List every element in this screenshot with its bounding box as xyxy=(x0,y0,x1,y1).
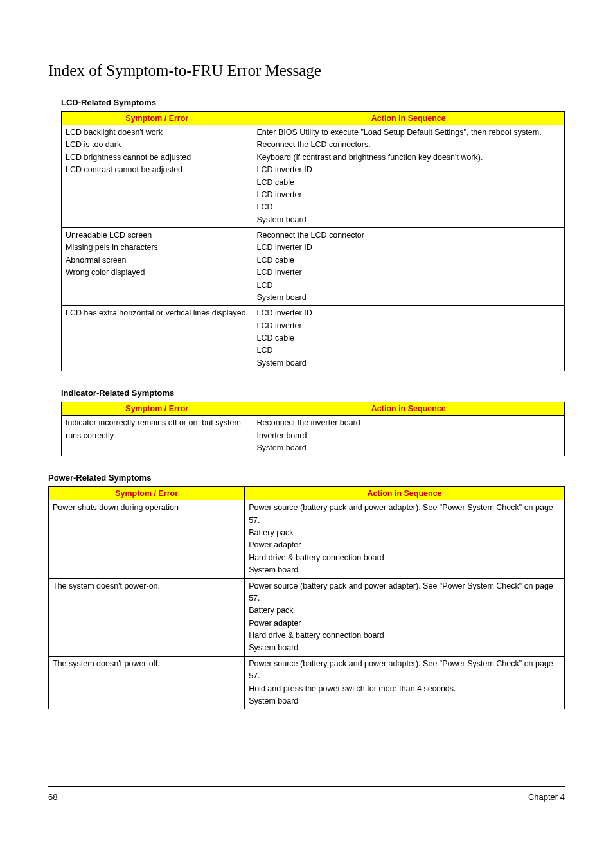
symptom-text: LCD is too dark xyxy=(66,139,249,151)
action-text: Reconnect the LCD connectors. xyxy=(257,139,560,151)
action-text: Hold and press the power switch for more… xyxy=(249,683,560,695)
indicator-heading: Indicator-Related Symptoms xyxy=(61,388,565,398)
page-number: 68 xyxy=(48,792,57,802)
indicator-col-action: Action in Sequence xyxy=(253,402,564,416)
table-row: The system doesn't power-off. Power sour… xyxy=(49,656,565,709)
action-text: Power source (battery pack and power ada… xyxy=(249,580,560,605)
action-text: System board xyxy=(257,292,560,304)
power-col-action: Action in Sequence xyxy=(245,487,565,500)
action-text: Hard drive & battery connection board xyxy=(249,552,560,564)
table-row: Power shuts down during operation Power … xyxy=(49,500,565,578)
lcd-col-action: Action in Sequence xyxy=(253,112,564,125)
action-text: System board xyxy=(249,642,560,654)
action-text: System board xyxy=(257,214,560,226)
action-text: Hard drive & battery connection board xyxy=(249,630,560,642)
action-text: LCD xyxy=(257,344,560,357)
symptom-text: LCD brightness cannot be adjusted xyxy=(66,152,249,164)
symptom-text: Wrong color displayed xyxy=(66,267,249,279)
table-row: LCD has extra horizontal or vertical lin… xyxy=(62,306,565,371)
lcd-table: Symptom / Error Action in Sequence LCD b… xyxy=(61,111,565,371)
table-row: LCD backlight doesn't work LCD is too da… xyxy=(62,125,565,228)
action-text: LCD inverter ID xyxy=(257,307,560,319)
chapter-label: Chapter 4 xyxy=(528,792,565,802)
top-rule xyxy=(48,39,565,39)
action-text: System board xyxy=(249,564,560,576)
table-row: Indicator incorrectly remains off or on,… xyxy=(62,416,565,456)
action-text: System board xyxy=(257,442,560,454)
power-heading: Power-Related Symptoms xyxy=(48,473,565,483)
action-text: Power source (battery pack and power ada… xyxy=(249,658,560,683)
action-text: LCD cable xyxy=(257,177,560,189)
indicator-table: Symptom / Error Action in Sequence Indic… xyxy=(61,402,565,456)
action-text: LCD cable xyxy=(257,254,560,267)
page-footer: 68 Chapter 4 xyxy=(48,792,565,802)
action-text: System board xyxy=(257,357,560,369)
symptom-text: The system doesn't power-off. xyxy=(53,658,240,670)
power-col-symptom: Symptom / Error xyxy=(49,487,245,500)
symptom-text: LCD has extra horizontal or vertical lin… xyxy=(66,307,249,319)
action-text: Enter BIOS Utility to execute "Load Setu… xyxy=(257,127,560,139)
symptom-text: LCD backlight doesn't work xyxy=(66,127,249,139)
indicator-col-symptom: Symptom / Error xyxy=(62,402,253,416)
symptom-text: Unreadable LCD screen xyxy=(66,229,249,242)
action-text: LCD inverter ID xyxy=(257,242,560,254)
action-text: Power adapter xyxy=(249,539,560,551)
symptom-text: Power shuts down during operation xyxy=(53,502,240,514)
action-text: Keyboard (if contrast and brightness fun… xyxy=(257,152,560,164)
action-text: Reconnect the inverter board xyxy=(257,417,560,429)
lcd-col-symptom: Symptom / Error xyxy=(62,112,253,125)
action-text: Power source (battery pack and power ada… xyxy=(249,502,560,527)
power-table: Symptom / Error Action in Sequence Power… xyxy=(48,486,565,709)
action-text: LCD xyxy=(257,279,560,292)
table-row: The system doesn't power-on. Power sourc… xyxy=(49,578,565,656)
action-text: Power adapter xyxy=(249,617,560,630)
action-text: LCD inverter xyxy=(257,267,560,279)
bottom-rule xyxy=(48,786,565,787)
action-text: Inverter board xyxy=(257,430,560,442)
action-text: System board xyxy=(249,695,560,707)
symptom-text: LCD contrast cannot be adjusted xyxy=(66,164,249,176)
action-text: Battery pack xyxy=(249,605,560,617)
lcd-heading: LCD-Related Symptoms xyxy=(61,98,565,107)
page-title: Index of Symptom-to-FRU Error Message xyxy=(48,62,565,80)
action-text: Reconnect the LCD connector xyxy=(257,229,560,242)
action-text: LCD cable xyxy=(257,332,560,344)
action-text: LCD inverter xyxy=(257,189,560,201)
table-row: Unreadable LCD screen Missing pels in ch… xyxy=(62,228,565,306)
symptom-text: Indicator incorrectly remains off or on,… xyxy=(66,417,249,442)
symptom-text: Abnormal screen xyxy=(66,254,249,267)
action-text: LCD inverter xyxy=(257,320,560,332)
action-text: LCD inverter ID xyxy=(257,164,560,176)
action-text: LCD xyxy=(257,201,560,213)
symptom-text: The system doesn't power-on. xyxy=(53,580,240,592)
symptom-text: Missing pels in characters xyxy=(66,242,249,254)
action-text: Battery pack xyxy=(249,527,560,539)
